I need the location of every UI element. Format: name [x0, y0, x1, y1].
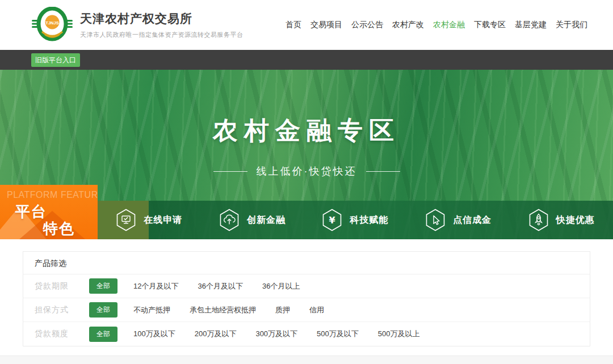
- feature-label: 在线申请: [144, 214, 182, 226]
- feature-label: 科技赋能: [350, 214, 388, 226]
- filter-option[interactable]: 100万及以下: [133, 329, 175, 339]
- filter-row-label: 贷款期限: [35, 281, 78, 291]
- filter-option[interactable]: 200万及以下: [195, 329, 237, 339]
- filter-all-button[interactable]: 全部: [89, 302, 117, 318]
- filter-option[interactable]: 500万及以下: [317, 329, 359, 339]
- nav-item-rural-reform[interactable]: 农村产改: [392, 20, 424, 30]
- filter-option[interactable]: 12个月及以下: [133, 281, 178, 291]
- platform-features-eyebrow: PLATFORM FEATURES: [7, 190, 98, 200]
- brand-text: 天津农村产权交易所 天津市人民政府唯一指定集体资产资源流转交易服务平台: [80, 11, 243, 39]
- svg-text:TJNJS: TJNJS: [45, 20, 58, 26]
- filter-option[interactable]: 300万及以下: [255, 329, 297, 339]
- hero-text-group: 农村金融专区 线上低价·快贷快还: [0, 70, 613, 178]
- feature-item-credit-to-gold[interactable]: 点信成金: [407, 201, 510, 239]
- platform-features-block: PLATFORM FEATURES 平台 特色: [0, 185, 98, 239]
- svg-text:¥: ¥: [329, 215, 335, 226]
- platform-features-title-2: 特色: [43, 219, 75, 239]
- nav-item-party-building[interactable]: 基层党建: [515, 20, 547, 30]
- filter-options: 100万及以下 200万及以下 300万及以下 500万及以下 500万及以上: [133, 329, 420, 339]
- hero-banner: 农村金融专区 线上低价·快贷快还 PLATFORM FEATURES 平台 特色…: [0, 70, 613, 239]
- filter-option[interactable]: 信用: [309, 305, 324, 315]
- old-platform-entry-button[interactable]: 旧版平台入口: [31, 53, 80, 67]
- filter-option[interactable]: 500万及以上: [378, 329, 420, 339]
- filter-option[interactable]: 质押: [275, 305, 290, 315]
- main-content: 产品筛选 贷款期限 全部 12个月及以下 36个月及以下 36个月以上 担保方式…: [0, 239, 613, 346]
- hero-subtitle-row: 线上低价·快贷快还: [0, 164, 613, 178]
- hero-title: 农村金融专区: [0, 114, 613, 147]
- filter-all-button[interactable]: 全部: [89, 278, 117, 294]
- feature-label: 创新金融: [247, 214, 285, 226]
- feature-item-online-apply[interactable]: 在线申请: [98, 201, 201, 239]
- notice-bar: 旧版平台入口: [0, 50, 613, 70]
- filter-all-button[interactable]: 全部: [89, 327, 117, 342]
- feature-item-tech-empowerment[interactable]: ¥ 科技赋能: [304, 201, 407, 239]
- feature-label: 点信成金: [453, 214, 492, 226]
- site-subtitle: 天津市人民政府唯一指定集体资产资源流转交易服务平台: [80, 31, 243, 39]
- site-logo[interactable]: TJNJS 天津农村产权交易所 天津市人民政府唯一指定集体资产资源流转交易服务平…: [31, 7, 243, 43]
- footer-band: [0, 355, 613, 364]
- subtitle-left-line: [213, 171, 247, 172]
- nav-item-trade-projects[interactable]: 交易项目: [310, 20, 342, 30]
- filter-row-guarantee-method: 担保方式 全部 不动产抵押 承包土地经营权抵押 质押 信用: [23, 298, 590, 322]
- filter-row-label: 担保方式: [35, 305, 78, 315]
- filter-row-loan-term: 贷款期限 全部 12个月及以下 36个月及以下 36个月以上: [23, 274, 590, 298]
- filter-option[interactable]: 承包土地经营权抵押: [190, 305, 256, 315]
- filter-option[interactable]: 36个月及以下: [198, 281, 242, 291]
- logo-emblem-icon: TJNJS: [31, 7, 73, 43]
- filter-row-label: 贷款额度: [35, 329, 78, 339]
- feature-label: 快捷优惠: [556, 214, 595, 226]
- main-nav: 首页 交易项目 公示公告 农村产改 农村金融 下载专区 基层党建 关于我们: [285, 20, 587, 30]
- filter-options: 12个月及以下 36个月及以下 36个月以上: [133, 281, 300, 291]
- filter-option[interactable]: 不动产抵押: [133, 305, 170, 315]
- rocket-icon: [528, 209, 549, 231]
- feature-item-quick-discount[interactable]: 快捷优惠: [510, 201, 613, 239]
- nav-item-announcements[interactable]: 公示公告: [351, 20, 383, 30]
- filter-option[interactable]: 36个月以上: [262, 281, 300, 291]
- subtitle-right-line: [366, 171, 400, 172]
- filter-panel-title: 产品筛选: [23, 252, 590, 274]
- nav-item-about-us[interactable]: 关于我们: [556, 20, 587, 30]
- filter-options: 不动产抵押 承包土地经营权抵押 质押 信用: [133, 305, 324, 315]
- monitor-check-icon: [116, 209, 136, 231]
- nav-item-home[interactable]: 首页: [285, 20, 301, 30]
- nav-item-downloads[interactable]: 下载专区: [474, 20, 506, 30]
- nav-item-rural-finance[interactable]: 农村金融: [433, 20, 465, 30]
- hero-subtitle: 线上低价·快贷快还: [257, 164, 357, 178]
- site-title: 天津农村产权交易所: [80, 11, 243, 27]
- cloud-upload-icon: [219, 209, 240, 231]
- feature-item-innovative-finance[interactable]: 创新金融: [201, 201, 304, 239]
- click-pointer-icon: [425, 209, 446, 231]
- site-header: TJNJS 天津农村产权交易所 天津市人民政府唯一指定集体资产资源流转交易服务平…: [0, 0, 613, 50]
- features-bar: 在线申请 创新金融 ¥ 科技赋能 点信成金: [98, 201, 613, 239]
- platform-features-title-1: 平台: [15, 202, 47, 222]
- product-filter-panel: 产品筛选 贷款期限 全部 12个月及以下 36个月及以下 36个月以上 担保方式…: [23, 251, 590, 346]
- filter-row-loan-amount: 贷款额度 全部 100万及以下 200万及以下 300万及以下 500万及以下 …: [23, 322, 590, 346]
- yen-icon: ¥: [322, 209, 342, 231]
